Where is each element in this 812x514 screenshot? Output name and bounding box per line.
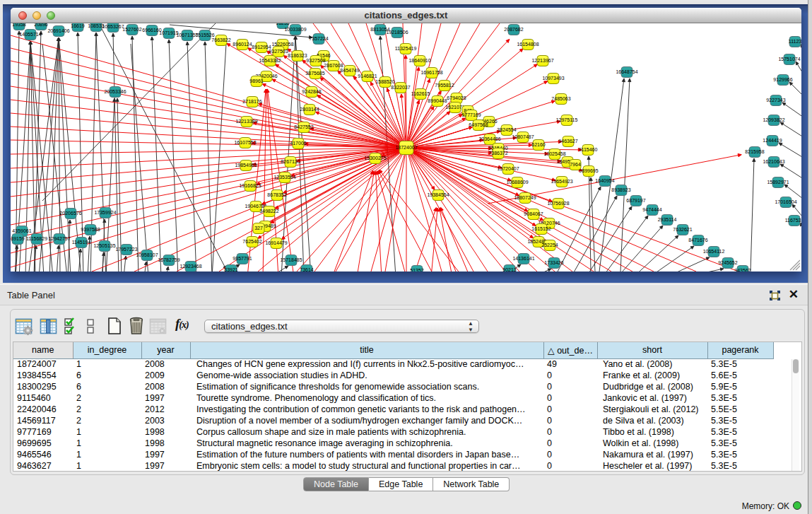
svg-text:9463627: 9463627 <box>558 139 577 144</box>
svg-text:12505135: 12505135 <box>93 243 115 248</box>
svg-text:9474444: 9474444 <box>642 207 661 212</box>
svg-text:12093822: 12093822 <box>763 117 784 122</box>
svg-text:19166823: 19166823 <box>239 183 261 188</box>
svg-text:10973493: 10973493 <box>542 76 564 81</box>
svg-text:3498222: 3498222 <box>259 209 278 214</box>
svg-text:8454749: 8454749 <box>340 68 359 73</box>
svg-text:1527602: 1527602 <box>122 27 141 32</box>
svg-text:16619: 16619 <box>71 23 85 28</box>
svg-text:252254: 252254 <box>541 243 558 247</box>
svg-text:1588520: 1588520 <box>375 79 394 84</box>
svg-text:15718485: 15718485 <box>280 257 302 262</box>
svg-text:7964: 7964 <box>570 162 581 167</box>
svg-text:3824554: 3824554 <box>497 127 516 132</box>
svg-text:8322037: 8322037 <box>391 85 410 90</box>
svg-text:12923468: 12923468 <box>180 264 201 269</box>
svg-text:10025458: 10025458 <box>543 151 565 156</box>
svg-text:10653267: 10653267 <box>102 24 124 29</box>
svg-text:9146821: 9146821 <box>358 74 377 78</box>
svg-text:9327508: 9327508 <box>306 58 325 63</box>
svg-text:8186323: 8186323 <box>288 53 307 58</box>
svg-text:9857791: 9857791 <box>233 256 252 261</box>
svg-text:7632621: 7632621 <box>673 227 692 232</box>
svg-text:9899695: 9899695 <box>579 168 598 173</box>
svg-text:9227343: 9227343 <box>766 98 785 103</box>
svg-text:2867608: 2867608 <box>324 63 343 68</box>
svg-text:19218506: 19218506 <box>386 30 408 35</box>
svg-text:19384554: 19384554 <box>427 192 449 197</box>
svg-text:12213967: 12213967 <box>531 58 553 63</box>
svg-text:73614: 73614 <box>300 267 314 271</box>
svg-text:12213389: 12213389 <box>235 119 257 124</box>
svg-text:1167533: 1167533 <box>785 218 801 223</box>
svg-text:8427552: 8427552 <box>294 124 313 129</box>
svg-text:90213: 90213 <box>502 267 517 271</box>
svg-text:17016504: 17016504 <box>775 199 796 204</box>
svg-text:11325419: 11325419 <box>395 46 417 51</box>
svg-text:10807487: 10807487 <box>512 134 534 139</box>
svg-text:83921: 83921 <box>224 267 238 271</box>
svg-text:18807249: 18807249 <box>514 195 536 200</box>
svg-text:943562: 943562 <box>734 268 751 271</box>
svg-text:1733426: 1733426 <box>544 260 563 265</box>
svg-text:12975115: 12975115 <box>556 117 578 122</box>
svg-text:327: 327 <box>254 226 263 230</box>
svg-text:19654923: 19654923 <box>551 179 572 184</box>
svg-text:7625402: 7625402 <box>242 239 261 244</box>
svg-text:8215958: 8215958 <box>745 149 764 154</box>
svg-text:10654112: 10654112 <box>703 249 725 254</box>
svg-text:9084067: 9084067 <box>524 211 543 216</box>
svg-text:10688609: 10688609 <box>506 180 528 185</box>
svg-text:16961758: 16961758 <box>420 70 442 75</box>
svg-text:9327503: 9327503 <box>269 49 288 54</box>
svg-text:1244419: 1244419 <box>763 138 782 143</box>
svg-text:16543382: 16543382 <box>259 58 281 63</box>
svg-text:7386372: 7386372 <box>488 151 507 156</box>
svg-text:17957223: 17957223 <box>115 247 137 252</box>
svg-text:7955812: 7955812 <box>435 83 454 88</box>
svg-text:1145194: 1145194 <box>72 240 91 245</box>
svg-text:16107553: 16107553 <box>234 140 256 145</box>
svg-text:8471676: 8471676 <box>688 238 707 243</box>
svg-text:6497568: 6497568 <box>469 122 488 127</box>
svg-text:39159: 39159 <box>11 236 25 241</box>
svg-text:2935114: 2935114 <box>658 217 677 222</box>
svg-text:14055714: 14055714 <box>19 32 41 37</box>
svg-text:2803144: 2803144 <box>300 107 319 112</box>
svg-text:8960124: 8960124 <box>233 42 252 47</box>
svg-text:7485063: 7485063 <box>551 96 570 101</box>
svg-text:9115460: 9115460 <box>579 147 598 152</box>
svg-text:9242848: 9242848 <box>302 89 321 94</box>
svg-text:10958107: 10958107 <box>136 252 158 257</box>
svg-text:16210643: 16210643 <box>763 159 784 164</box>
svg-text:19854985: 19854985 <box>235 163 257 168</box>
svg-text:7357224: 7357224 <box>309 36 328 41</box>
svg-text:15720407: 15720407 <box>497 166 519 171</box>
svg-text:16648754: 16648754 <box>616 69 637 74</box>
svg-text:16233: 16233 <box>276 23 290 25</box>
svg-text:417006: 417006 <box>290 141 306 146</box>
svg-text:9777169: 9777169 <box>461 112 481 117</box>
svg-text:20053346: 20053346 <box>104 89 126 94</box>
svg-text:11156829: 11156829 <box>26 236 47 241</box>
svg-text:19358: 19358 <box>12 23 26 27</box>
svg-text:8267130: 8267130 <box>281 159 300 164</box>
svg-text:4359061: 4359061 <box>12 228 31 233</box>
svg-text:1162615: 1162615 <box>411 91 430 96</box>
svg-text:8938923: 8938923 <box>611 187 630 192</box>
svg-text:15300275: 15300275 <box>364 156 386 160</box>
svg-text:6879197: 6879197 <box>626 198 645 203</box>
svg-text:62160: 62160 <box>531 142 546 147</box>
svg-text:3875685: 3875685 <box>305 71 324 76</box>
svg-text:1615152: 1615152 <box>531 226 551 231</box>
svg-text:98961: 98961 <box>249 78 264 83</box>
svg-text:8990448: 8990448 <box>428 98 447 103</box>
svg-text:6794028: 6794028 <box>447 95 466 100</box>
svg-text:2087682: 2087682 <box>504 27 523 32</box>
svg-text:20896: 20896 <box>34 23 48 27</box>
svg-text:1640954: 1640954 <box>595 178 614 183</box>
svg-text:12942757: 12942757 <box>48 236 70 241</box>
svg-text:9245652: 9245652 <box>718 260 737 265</box>
svg-text:8678352: 8678352 <box>267 192 286 197</box>
svg-text:20206576: 20206576 <box>59 211 81 216</box>
